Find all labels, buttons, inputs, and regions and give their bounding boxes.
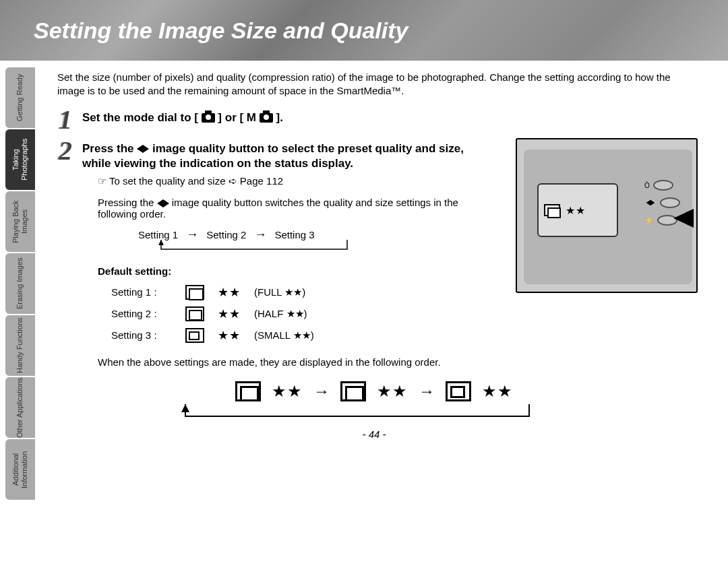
stars-icon: ★★ [482,382,513,401]
camera-illustration: ★★ Ò ⚡ [516,138,698,293]
step-1-text: Set the mode dial to [ ] or [ M ]. [82,106,283,125]
feedback-line-2 [172,404,576,424]
camera-lcd: ★★ [537,183,618,237]
step-1-mid: ] or [ M [218,111,256,124]
setting-1-label: Setting 1 : [111,286,172,298]
display-order-text: When the above settings are made, they a… [98,356,637,368]
flow-setting-1: Setting 1 [138,229,178,240]
camera-quality-btn [644,197,680,208]
table-row: Setting 3 : ★★ (SMALL ★★) [111,328,691,343]
step-1: 11 Set the mode dial to [ ] or [ M ]. [57,106,691,133]
camera-body: ★★ Ò ⚡ [524,150,692,284]
half-size-icon [340,381,366,401]
intro-text: Set the size (number of pixels) and qual… [57,71,691,98]
note-ref: ☞ To set the quality and size ➪ Page 112 [98,175,489,187]
small-size-icon [446,381,471,401]
tab-playing-back[interactable]: Playing Back Images [5,191,35,252]
settings-table: Setting 1 : ★★ (FULL ★★) Setting 2 : ★★ … [111,285,691,343]
camera-timer-btn: Ò [644,180,680,191]
tab-other[interactable]: Other Applications [5,377,35,438]
switch-order-text: Pressing the image quality button switch… [98,197,489,220]
full-size-icon [235,381,261,401]
tab-getting-ready[interactable]: Getting Ready [5,67,35,128]
full-size-icon [185,285,204,300]
quality-button-icon [157,199,169,207]
step-1-before: Set the mode dial to [ [82,111,202,124]
feedback-line [138,240,361,257]
pointer-arrow-icon [673,209,694,228]
step-1-after: ]. [276,111,282,124]
setting-3-stars: ★★ [218,328,241,343]
lcd-size-icon [544,204,560,216]
quality-button-icon [137,145,149,153]
stars-icon: ★★ [377,382,408,401]
setting-1-desc: (FULL ★★) [254,286,305,298]
tab-erasing[interactable]: Erasing Images [5,253,35,314]
setting-3-label: Setting 3 : [111,329,172,341]
tab-taking-photographs[interactable]: Taking Photographs [5,129,35,190]
camera-icon [202,113,215,123]
tab-handy[interactable]: Handy Functions [5,315,35,376]
half-size-icon [185,306,204,321]
setting-2-desc: (HALF ★★) [254,308,307,320]
arrow-icon: → [419,382,435,401]
flow-setting-2: Setting 2 [206,229,246,240]
small-size-icon [185,328,204,343]
icon-flow: ★★ → ★★ → ★★ [138,381,610,401]
step-2-text: Press the image quality button to select… [82,137,473,171]
page-title: Setting the Image Size and Quality [34,18,408,44]
setting-1-stars: ★★ [218,285,241,300]
page-header: Setting the Image Size and Quality [0,0,728,61]
camera-icon-m [260,113,273,123]
setting-2-stars: ★★ [218,306,241,321]
arrow-icon: → [313,382,330,401]
step-2-number: 22 [57,137,72,164]
stars-icon: ★★ [272,382,303,401]
flow-setting-3: Setting 3 [274,229,314,240]
side-tabs: Getting Ready Taking Photographs Playing… [5,67,35,500]
tab-additional[interactable]: Additional Information [5,439,35,500]
table-row: Setting 2 : ★★ (HALF ★★) [111,306,691,321]
page-number: - 44 - [57,428,691,440]
setting-2-label: Setting 2 : [111,308,172,319]
lcd-stars: ★★ [566,204,586,217]
step-1-number: 11 [57,106,72,133]
setting-3-desc: (SMALL ★★) [254,329,314,341]
